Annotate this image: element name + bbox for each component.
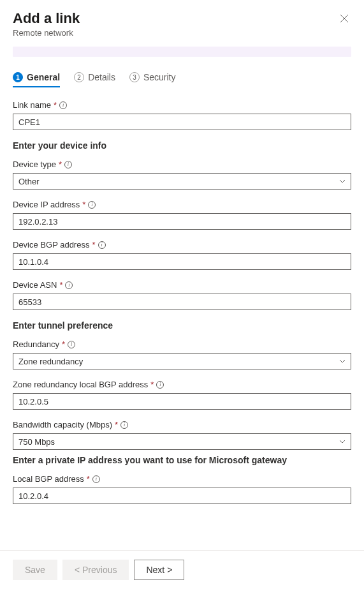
required-indicator: *	[115, 420, 118, 429]
tab-details[interactable]: 2 Details	[74, 72, 115, 87]
required-indicator: *	[59, 280, 62, 290]
device-bgp-input[interactable]	[13, 253, 351, 270]
required-indicator: *	[54, 100, 57, 110]
tunnel-heading: Enter tunnel preference	[13, 320, 351, 331]
device-ip-input[interactable]	[13, 213, 351, 230]
info-icon[interactable]: i	[59, 101, 67, 109]
device-bgp-label: Device BGP address	[13, 240, 89, 250]
local-bgp-input[interactable]	[13, 488, 351, 504]
link-name-input[interactable]	[13, 114, 351, 130]
page-subtitle: Remote network	[13, 28, 80, 38]
required-indicator: *	[87, 474, 90, 484]
info-icon[interactable]: i	[88, 201, 96, 209]
local-bgp-label: Local BGP address	[13, 474, 84, 484]
required-indicator: *	[62, 339, 65, 349]
zone-local-bgp-input[interactable]	[13, 393, 351, 410]
close-icon	[340, 14, 349, 23]
required-indicator: *	[150, 380, 154, 389]
info-banner	[13, 47, 351, 57]
info-icon[interactable]: i	[98, 241, 106, 249]
close-button[interactable]	[337, 11, 351, 27]
wizard-tabs: 1 General 2 Details 3 Security	[13, 72, 351, 87]
gateway-heading: Enter a private IP address you want to u…	[13, 455, 351, 465]
info-icon[interactable]: i	[120, 421, 128, 429]
link-name-label: Link name	[13, 100, 51, 110]
tab-label: General	[27, 72, 60, 82]
save-button[interactable]: Save	[13, 560, 57, 580]
info-icon[interactable]: i	[64, 161, 72, 168]
tab-general[interactable]: 1 General	[13, 72, 60, 87]
info-icon[interactable]: i	[65, 281, 73, 289]
device-asn-input[interactable]	[13, 294, 351, 310]
tab-security[interactable]: 3 Security	[129, 72, 176, 87]
info-icon[interactable]: i	[68, 341, 75, 348]
required-indicator: *	[59, 160, 62, 169]
next-button[interactable]: Next >	[134, 560, 184, 580]
tab-step-number: 3	[129, 72, 140, 82]
device-asn-label: Device ASN	[13, 280, 57, 290]
info-icon[interactable]: i	[156, 381, 164, 389]
device-type-select[interactable]	[13, 173, 351, 190]
page-title: Add a link	[13, 10, 80, 27]
bandwidth-select[interactable]	[13, 433, 351, 450]
tab-label: Security	[143, 72, 176, 82]
redundancy-select[interactable]	[13, 353, 351, 369]
bandwidth-label: Bandwidth capacity (Mbps)	[13, 420, 112, 429]
tab-step-number: 1	[13, 72, 23, 82]
required-indicator: *	[92, 240, 95, 250]
device-ip-label: Device IP address	[13, 200, 80, 209]
tab-step-number: 2	[74, 72, 84, 82]
required-indicator: *	[82, 200, 85, 209]
redundancy-label: Redundancy	[13, 339, 59, 349]
device-info-heading: Enter your device info	[13, 140, 351, 151]
zone-local-bgp-label: Zone redundancy local BGP address	[13, 380, 148, 389]
tab-label: Details	[88, 72, 115, 82]
previous-button[interactable]: < Previous	[62, 560, 129, 580]
device-type-label: Device type	[13, 160, 56, 169]
info-icon[interactable]: i	[92, 475, 100, 483]
footer-bar: Save < Previous Next >	[0, 550, 364, 589]
